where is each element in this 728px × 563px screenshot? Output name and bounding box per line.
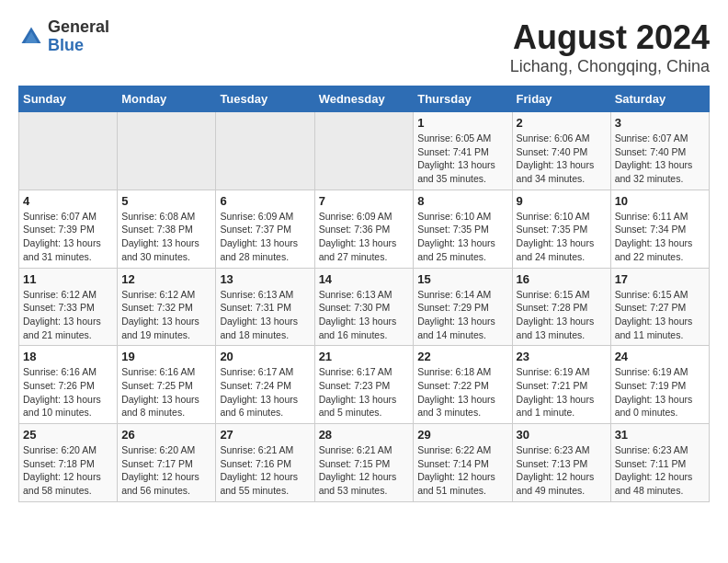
day-number: 9 (517, 194, 607, 208)
day-number: 10 (615, 194, 705, 208)
day-number: 29 (417, 428, 507, 442)
calendar-cell: 10Sunrise: 6:11 AMSunset: 7:34 PMDayligh… (610, 190, 709, 268)
day-detail: Sunrise: 6:13 AMSunset: 7:30 PMDaylight:… (319, 288, 410, 342)
calendar-dow-tuesday: Tuesday (216, 86, 314, 112)
day-detail: Sunrise: 6:07 AMSunset: 7:40 PMDaylight:… (615, 132, 705, 186)
day-detail: Sunrise: 6:19 AMSunset: 7:21 PMDaylight:… (517, 365, 607, 419)
calendar-header-row: SundayMondayTuesdayWednesdayThursdayFrid… (19, 86, 710, 112)
calendar-cell: 16Sunrise: 6:15 AMSunset: 7:28 PMDayligh… (512, 268, 610, 346)
calendar-cell: 9Sunrise: 6:10 AMSunset: 7:35 PMDaylight… (512, 190, 610, 268)
page-title: August 2024 (510, 18, 710, 57)
calendar-dow-friday: Friday (512, 86, 610, 112)
calendar-cell: 25Sunrise: 6:20 AMSunset: 7:18 PMDayligh… (19, 424, 118, 502)
calendar-cell: 2Sunrise: 6:06 AMSunset: 7:40 PMDaylight… (512, 112, 610, 190)
day-number: 26 (121, 428, 211, 442)
day-number: 11 (23, 272, 113, 286)
day-detail: Sunrise: 6:12 AMSunset: 7:32 PMDaylight:… (121, 288, 211, 342)
day-number: 31 (615, 428, 705, 442)
calendar-week-row: 25Sunrise: 6:20 AMSunset: 7:18 PMDayligh… (19, 424, 710, 502)
calendar-cell: 13Sunrise: 6:13 AMSunset: 7:31 PMDayligh… (216, 268, 314, 346)
calendar-dow-thursday: Thursday (414, 86, 512, 112)
day-detail: Sunrise: 6:23 AMSunset: 7:13 PMDaylight:… (517, 443, 607, 498)
day-number: 2 (517, 116, 607, 130)
day-number: 17 (615, 272, 705, 286)
calendar-cell: 27Sunrise: 6:21 AMSunset: 7:16 PMDayligh… (216, 424, 314, 502)
day-number: 23 (517, 350, 607, 363)
day-number: 25 (23, 428, 113, 442)
calendar-cell: 11Sunrise: 6:12 AMSunset: 7:33 PMDayligh… (19, 268, 118, 346)
day-number: 5 (121, 194, 211, 208)
day-detail: Sunrise: 6:22 AMSunset: 7:14 PMDaylight:… (417, 443, 507, 498)
day-detail: Sunrise: 6:19 AMSunset: 7:19 PMDaylight:… (615, 365, 705, 419)
calendar-cell: 26Sunrise: 6:20 AMSunset: 7:17 PMDayligh… (118, 424, 216, 502)
day-number: 30 (517, 428, 607, 442)
calendar-cell: 30Sunrise: 6:23 AMSunset: 7:13 PMDayligh… (512, 424, 610, 502)
calendar-cell: 8Sunrise: 6:10 AMSunset: 7:35 PMDaylight… (414, 190, 512, 268)
day-detail: Sunrise: 6:08 AMSunset: 7:38 PMDaylight:… (121, 210, 211, 264)
day-number: 16 (517, 272, 607, 286)
page-subtitle: Lichang, Chongqing, China (510, 57, 710, 76)
day-number: 4 (23, 194, 113, 208)
day-detail: Sunrise: 6:20 AMSunset: 7:17 PMDaylight:… (121, 443, 211, 498)
day-detail: Sunrise: 6:09 AMSunset: 7:37 PMDaylight:… (220, 210, 310, 264)
calendar-week-row: 4Sunrise: 6:07 AMSunset: 7:39 PMDaylight… (19, 190, 710, 268)
calendar-cell: 21Sunrise: 6:17 AMSunset: 7:23 PMDayligh… (314, 346, 414, 424)
calendar-dow-monday: Monday (118, 86, 216, 112)
calendar-cell: 3Sunrise: 6:07 AMSunset: 7:40 PMDaylight… (610, 112, 709, 190)
day-detail: Sunrise: 6:17 AMSunset: 7:24 PMDaylight:… (220, 365, 310, 419)
calendar-cell (118, 112, 216, 190)
calendar-cell: 23Sunrise: 6:19 AMSunset: 7:21 PMDayligh… (512, 346, 610, 424)
calendar-cell (216, 112, 314, 190)
day-detail: Sunrise: 6:21 AMSunset: 7:15 PMDaylight:… (319, 443, 410, 498)
calendar-cell: 6Sunrise: 6:09 AMSunset: 7:37 PMDaylight… (216, 190, 314, 268)
calendar-table: SundayMondayTuesdayWednesdayThursdayFrid… (18, 86, 710, 502)
calendar-cell: 4Sunrise: 6:07 AMSunset: 7:39 PMDaylight… (19, 190, 118, 268)
calendar-dow-wednesday: Wednesday (314, 86, 414, 112)
day-detail: Sunrise: 6:16 AMSunset: 7:26 PMDaylight:… (23, 365, 113, 419)
day-detail: Sunrise: 6:09 AMSunset: 7:36 PMDaylight:… (319, 210, 410, 264)
day-number: 28 (319, 428, 410, 442)
day-detail: Sunrise: 6:16 AMSunset: 7:25 PMDaylight:… (121, 365, 211, 419)
day-detail: Sunrise: 6:14 AMSunset: 7:29 PMDaylight:… (417, 288, 507, 342)
day-number: 6 (220, 194, 310, 208)
day-detail: Sunrise: 6:20 AMSunset: 7:18 PMDaylight:… (23, 443, 113, 498)
day-number: 27 (220, 428, 310, 442)
day-number: 21 (319, 350, 410, 363)
day-detail: Sunrise: 6:17 AMSunset: 7:23 PMDaylight:… (319, 365, 410, 419)
calendar-cell: 28Sunrise: 6:21 AMSunset: 7:15 PMDayligh… (314, 424, 414, 502)
day-detail: Sunrise: 6:23 AMSunset: 7:11 PMDaylight:… (615, 443, 705, 498)
page-header: General Blue August 2024 Lichang, Chongq… (18, 18, 710, 76)
calendar-cell: 31Sunrise: 6:23 AMSunset: 7:11 PMDayligh… (610, 424, 709, 502)
calendar-week-row: 1Sunrise: 6:05 AMSunset: 7:41 PMDaylight… (19, 112, 710, 190)
day-detail: Sunrise: 6:15 AMSunset: 7:28 PMDaylight:… (517, 288, 607, 342)
calendar-cell: 18Sunrise: 6:16 AMSunset: 7:26 PMDayligh… (19, 346, 118, 424)
day-detail: Sunrise: 6:13 AMSunset: 7:31 PMDaylight:… (220, 288, 310, 342)
calendar-cell (19, 112, 118, 190)
calendar-cell: 5Sunrise: 6:08 AMSunset: 7:38 PMDaylight… (118, 190, 216, 268)
day-number: 15 (417, 272, 507, 286)
calendar-cell: 14Sunrise: 6:13 AMSunset: 7:30 PMDayligh… (314, 268, 414, 346)
day-detail: Sunrise: 6:11 AMSunset: 7:34 PMDaylight:… (615, 210, 705, 264)
calendar-cell: 12Sunrise: 6:12 AMSunset: 7:32 PMDayligh… (118, 268, 216, 346)
calendar-cell: 29Sunrise: 6:22 AMSunset: 7:14 PMDayligh… (414, 424, 512, 502)
day-detail: Sunrise: 6:12 AMSunset: 7:33 PMDaylight:… (23, 288, 113, 342)
calendar-cell: 19Sunrise: 6:16 AMSunset: 7:25 PMDayligh… (118, 346, 216, 424)
day-detail: Sunrise: 6:07 AMSunset: 7:39 PMDaylight:… (23, 210, 113, 264)
calendar-week-row: 18Sunrise: 6:16 AMSunset: 7:26 PMDayligh… (19, 346, 710, 424)
calendar-cell: 15Sunrise: 6:14 AMSunset: 7:29 PMDayligh… (414, 268, 512, 346)
day-detail: Sunrise: 6:05 AMSunset: 7:41 PMDaylight:… (417, 132, 507, 186)
day-number: 12 (121, 272, 211, 286)
day-number: 13 (220, 272, 310, 286)
day-number: 20 (220, 350, 310, 363)
calendar-week-row: 11Sunrise: 6:12 AMSunset: 7:33 PMDayligh… (19, 268, 710, 346)
day-detail: Sunrise: 6:10 AMSunset: 7:35 PMDaylight:… (517, 210, 607, 264)
logo: General Blue (18, 18, 109, 55)
logo-general-text: General (48, 17, 109, 36)
calendar-cell: 7Sunrise: 6:09 AMSunset: 7:36 PMDaylight… (314, 190, 414, 268)
day-number: 24 (615, 350, 705, 363)
day-detail: Sunrise: 6:10 AMSunset: 7:35 PMDaylight:… (417, 210, 507, 264)
logo-icon (18, 24, 44, 50)
day-number: 14 (319, 272, 410, 286)
day-detail: Sunrise: 6:21 AMSunset: 7:16 PMDaylight:… (220, 443, 310, 498)
logo-blue-text: Blue (48, 36, 84, 54)
